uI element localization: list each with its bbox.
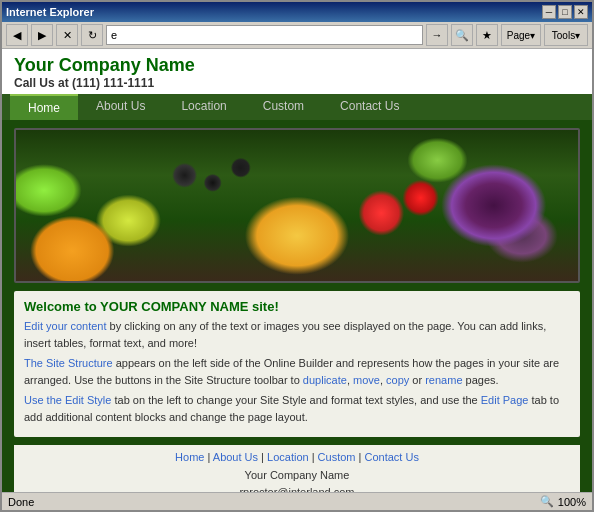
nav-item-about[interactable]: About Us bbox=[78, 94, 163, 120]
edit-style-link[interactable]: Use the Edit Style bbox=[24, 394, 111, 406]
footer-links: Home | About Us | Location | Custom | Co… bbox=[24, 451, 570, 463]
edit-page-link[interactable]: Edit Page bbox=[481, 394, 529, 406]
favorites-button[interactable]: ★ bbox=[476, 24, 498, 46]
nav-item-custom[interactable]: Custom bbox=[245, 94, 322, 120]
body-text-1: Edit your content by clicking on any of … bbox=[24, 318, 570, 351]
maximize-button[interactable]: □ bbox=[558, 5, 572, 19]
body-text-2: The Site Structure appears on the left s… bbox=[24, 355, 570, 388]
stop-button[interactable]: ✕ bbox=[56, 24, 78, 46]
footer-custom-link[interactable]: Custom bbox=[318, 451, 356, 463]
nav-item-location[interactable]: Location bbox=[163, 94, 244, 120]
body-text-3: pages. bbox=[463, 374, 499, 386]
minimize-button[interactable]: ─ bbox=[542, 5, 556, 19]
footer-location-link[interactable]: Location bbox=[267, 451, 309, 463]
browser-window: Internet Explorer ─ □ ✕ ◀ ▶ ✕ ↻ → 🔍 ★ Pa… bbox=[0, 0, 594, 512]
footer-company-name: Your Company Name bbox=[24, 467, 570, 484]
footer-about-link[interactable]: About Us bbox=[213, 451, 258, 463]
footer-home-link[interactable]: Home bbox=[175, 451, 204, 463]
edit-content-link[interactable]: Edit your content bbox=[24, 320, 107, 332]
nav-item-home[interactable]: Home bbox=[10, 94, 78, 120]
content-area: Welcome to YOUR COMPANY NAME site! Edit … bbox=[2, 120, 592, 492]
go-button[interactable]: → bbox=[426, 24, 448, 46]
back-button[interactable]: ◀ bbox=[6, 24, 28, 46]
close-button[interactable]: ✕ bbox=[574, 5, 588, 19]
browser-toolbar: ◀ ▶ ✕ ↻ → 🔍 ★ Page▾ Tools▾ bbox=[2, 22, 592, 49]
nav-bar: Home About Us Location Custom Contact Us bbox=[2, 94, 592, 120]
body-text-4: Use the Edit Style tab on the left to ch… bbox=[24, 392, 570, 425]
status-text: Done bbox=[8, 496, 34, 508]
footer-address: Your Company Name rproctor@interland.com… bbox=[24, 467, 570, 492]
page-menu[interactable]: Page▾ bbox=[501, 24, 541, 46]
rename-link[interactable]: rename bbox=[425, 374, 462, 386]
fruit-display bbox=[16, 130, 578, 281]
title-bar-buttons: ─ □ ✕ bbox=[542, 5, 588, 19]
body-text-4-content: tab on the left to change your Site Styl… bbox=[111, 394, 480, 406]
footer-contact-link[interactable]: Contact Us bbox=[365, 451, 419, 463]
refresh-button[interactable]: ↻ bbox=[81, 24, 103, 46]
status-right: 🔍 100% bbox=[540, 495, 586, 508]
nav-item-contact[interactable]: Contact Us bbox=[322, 94, 417, 120]
company-name: Your Company Name bbox=[14, 55, 580, 76]
page-frame: Your Company Name Call Us at (111) 111-1… bbox=[2, 49, 592, 492]
zoom-level: 100% bbox=[558, 496, 586, 508]
move-link[interactable]: move bbox=[353, 374, 380, 386]
forward-button[interactable]: ▶ bbox=[31, 24, 53, 46]
zoom-icon: 🔍 bbox=[540, 495, 554, 508]
hero-image bbox=[14, 128, 580, 283]
text-block: Welcome to YOUR COMPANY NAME site! Edit … bbox=[14, 291, 580, 437]
page-header: Your Company Name Call Us at (111) 111-1… bbox=[2, 49, 592, 94]
footer-area: Home | About Us | Location | Custom | Co… bbox=[14, 445, 580, 492]
search-icon[interactable]: 🔍 bbox=[451, 24, 473, 46]
duplicate-link[interactable]: duplicate bbox=[303, 374, 347, 386]
copy-link[interactable]: copy bbox=[386, 374, 409, 386]
title-bar-text: Internet Explorer bbox=[6, 6, 94, 18]
title-bar: Internet Explorer ─ □ ✕ bbox=[2, 2, 592, 22]
status-bar: Done 🔍 100% bbox=[2, 492, 592, 510]
footer-email: rproctor@interland.com bbox=[24, 484, 570, 493]
tools-menu[interactable]: Tools▾ bbox=[544, 24, 588, 46]
site-structure-link[interactable]: The Site Structure bbox=[24, 357, 113, 369]
company-phone: Call Us at (111) 111-1111 bbox=[14, 76, 580, 90]
address-bar[interactable] bbox=[106, 25, 423, 45]
welcome-title: Welcome to YOUR COMPANY NAME site! bbox=[24, 299, 570, 314]
